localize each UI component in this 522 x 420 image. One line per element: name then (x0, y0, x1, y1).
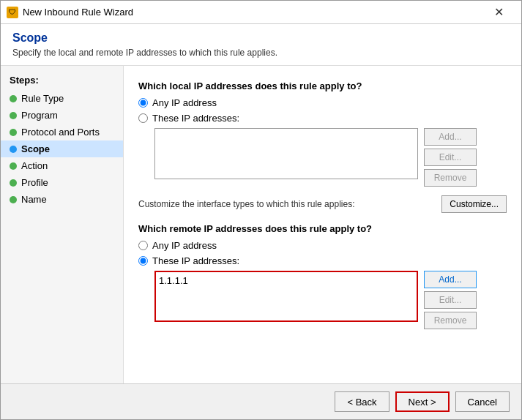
local-any-ip-row: Any IP address (138, 97, 507, 108)
page-description: Specify the local and remote IP addresse… (12, 48, 510, 58)
page-title: Scope (12, 31, 510, 45)
remote-any-ip-row: Any IP address (138, 240, 507, 251)
sidebar-item-label-protocol: Protocol and Ports (21, 127, 100, 138)
sidebar-item-scope[interactable]: Scope (1, 140, 123, 157)
remote-ip-btn-group: Add... Edit... Remove (424, 271, 477, 329)
sidebar-item-rule-type[interactable]: Rule Type (1, 90, 123, 107)
cancel-button[interactable]: Cancel (455, 391, 510, 412)
remote-ip-box-row: Add... Edit... Remove (154, 271, 507, 329)
content-area: Steps: Rule Type Program Protocol and Po… (1, 66, 521, 383)
remote-any-ip-radio[interactable] (138, 241, 148, 250)
local-edit-button[interactable]: Edit... (424, 149, 477, 166)
header-area: Scope Specify the local and remote IP ad… (1, 24, 521, 66)
title-bar-left: 🛡 New Inbound Rule Wizard (7, 7, 133, 18)
step-dot-scope (10, 146, 17, 153)
sidebar-item-label-name: Name (21, 194, 47, 205)
window-title: New Inbound Rule Wizard (23, 7, 133, 18)
local-any-ip-radio[interactable] (138, 98, 148, 108)
local-ip-box-row: Add... Edit... Remove (154, 128, 507, 187)
step-dot-rule-type (10, 95, 17, 102)
remote-add-button[interactable]: Add... (424, 271, 477, 288)
remote-ip-textarea[interactable] (154, 271, 418, 322)
steps-label: Steps: (1, 75, 123, 90)
sidebar-item-name[interactable]: Name (1, 191, 123, 208)
sidebar-item-label-program: Program (21, 110, 58, 121)
sidebar-item-label-profile: Profile (21, 177, 48, 188)
sidebar: Steps: Rule Type Program Protocol and Po… (1, 66, 124, 383)
local-ip-textarea[interactable] (154, 128, 418, 179)
local-any-ip-label[interactable]: Any IP address (152, 97, 217, 108)
local-ip-btn-group: Add... Edit... Remove (424, 128, 477, 187)
sidebar-item-label-scope: Scope (21, 143, 50, 154)
remote-remove-button[interactable]: Remove (424, 312, 477, 329)
step-dot-name (10, 196, 17, 203)
main-panel: Which local IP addresses does this rule … (124, 66, 521, 383)
customize-row: Customize the interface types to which t… (138, 195, 507, 213)
next-button[interactable]: Next > (395, 391, 450, 412)
sidebar-item-label-action: Action (21, 160, 48, 171)
local-ip-title: Which local IP addresses does this rule … (138, 80, 507, 91)
remote-any-ip-label[interactable]: Any IP address (152, 240, 217, 251)
local-these-ip-row: These IP addresses: (138, 113, 507, 124)
step-dot-action (10, 162, 17, 170)
app-icon: 🛡 (7, 7, 18, 18)
customize-button[interactable]: Customize... (441, 195, 507, 213)
title-bar: 🛡 New Inbound Rule Wizard ✕ (1, 1, 521, 24)
step-dot-profile (10, 179, 17, 187)
local-these-ip-radio[interactable] (138, 113, 148, 123)
sidebar-item-profile[interactable]: Profile (1, 174, 123, 191)
local-remove-button[interactable]: Remove (424, 169, 477, 187)
sidebar-item-program[interactable]: Program (1, 107, 123, 124)
remote-ip-title: Which remote IP addresses does this rule… (138, 223, 507, 234)
remote-these-ip-radio[interactable] (138, 256, 148, 266)
step-dot-program (10, 112, 17, 119)
back-button[interactable]: < Back (335, 391, 389, 412)
sidebar-item-protocol-ports[interactable]: Protocol and Ports (1, 124, 123, 140)
local-these-ip-label[interactable]: These IP addresses: (152, 113, 239, 124)
sidebar-item-action[interactable]: Action (1, 157, 123, 174)
footer: < Back Next > Cancel (1, 383, 521, 419)
sidebar-item-label-rule-type: Rule Type (21, 93, 64, 104)
customize-label: Customize the interface types to which t… (138, 199, 354, 209)
step-dot-protocol (10, 129, 17, 136)
remote-edit-button[interactable]: Edit... (424, 291, 477, 309)
remote-these-ip-label[interactable]: These IP addresses: (152, 255, 239, 266)
remote-these-ip-row: These IP addresses: (138, 255, 507, 266)
main-window: 🛡 New Inbound Rule Wizard ✕ Scope Specif… (0, 0, 522, 420)
close-button[interactable]: ✕ (482, 1, 515, 24)
local-add-button[interactable]: Add... (424, 128, 477, 146)
